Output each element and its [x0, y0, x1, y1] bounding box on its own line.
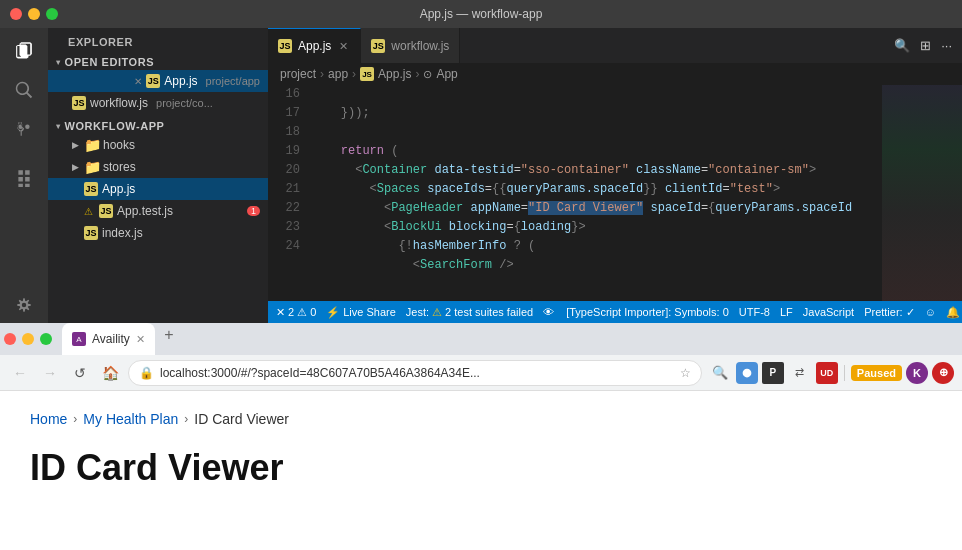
status-right: [TypeScript Importer]: Symbols: 0 UTF-8 …: [566, 306, 960, 319]
status-ts-importer[interactable]: [TypeScript Importer]: Symbols: 0: [566, 306, 729, 318]
status-bell[interactable]: 🔔: [946, 306, 960, 319]
code-lines[interactable]: })); return ( <Container data-testid="ss…: [308, 85, 882, 301]
open-editors-label: Open Editors: [65, 56, 155, 68]
activity-bar: [0, 28, 48, 323]
open-file-workflowjs[interactable]: JS workflow.js project/co...: [48, 92, 268, 114]
sidebar-title: Explorer: [48, 28, 268, 52]
new-tab-button[interactable]: +: [157, 323, 181, 347]
tab-bar: JS App.js ✕ JS workflow.js 🔍 ⊞ ···: [268, 28, 962, 63]
status-emoji[interactable]: ☺: [925, 306, 936, 318]
bc-sep-3: ›: [415, 67, 419, 81]
liveshare-icon: ⚡: [326, 306, 340, 319]
browser-extension-icons: 🔍 P ⇄ UD Paused K ⊕: [708, 361, 954, 385]
sidebar: Explorer ▾ Open Editors ✕ JS App.js proj…: [48, 28, 268, 323]
close-file-icon[interactable]: ✕: [134, 76, 142, 87]
open-file-appjs[interactable]: ✕ JS App.js project/app: [48, 70, 268, 92]
ext-icon-3[interactable]: ⇄: [788, 361, 812, 385]
open-file-path-1: project/app: [206, 75, 260, 87]
indexjs-file[interactable]: JS index.js: [48, 222, 268, 244]
search-icon[interactable]: [10, 76, 38, 104]
status-errors[interactable]: ✕ 2 ⚠ 0: [276, 306, 316, 319]
js-file-icon: JS: [146, 74, 160, 88]
browser-tab-availity[interactable]: A Availity ✕: [62, 323, 155, 355]
status-jest[interactable]: Jest: ⚠ 2 test suites failed: [406, 306, 533, 319]
ext-icon-ud[interactable]: UD: [816, 362, 838, 384]
status-prettier[interactable]: Prettier: ✓: [864, 306, 915, 319]
more-actions-icon[interactable]: ···: [939, 36, 954, 55]
explorer-icon[interactable]: [10, 36, 38, 64]
apptest-file[interactable]: ⚠ JS App.test.js 1: [48, 200, 268, 222]
gear-icon[interactable]: [10, 291, 38, 319]
browser-close-btn[interactable]: [4, 333, 16, 345]
bc-appjs-icon: JS: [360, 67, 374, 81]
profile-badge-red[interactable]: ⊕: [932, 362, 954, 384]
browser-content: Home › My Health Plan › ID Card Viewer I…: [0, 391, 962, 550]
status-line-ending[interactable]: LF: [780, 306, 793, 318]
status-encoding[interactable]: UTF-8: [739, 306, 770, 318]
status-watch[interactable]: 👁: [543, 306, 554, 318]
stores-folder[interactable]: ▶ 📁 stores: [48, 156, 268, 178]
browser-min-btn[interactable]: [22, 333, 34, 345]
bookmark-icon[interactable]: ☆: [680, 366, 691, 380]
maximize-button[interactable]: [46, 8, 58, 20]
home-button[interactable]: 🏠: [98, 361, 122, 385]
search-editor-icon[interactable]: 🔍: [892, 36, 912, 55]
ext-icon-1[interactable]: [736, 362, 758, 384]
extensions-icon[interactable]: [10, 164, 38, 192]
appjs-icon: JS: [84, 182, 98, 196]
apptest-label: App.test.js: [117, 204, 173, 218]
ext-icon-2[interactable]: P: [762, 362, 784, 384]
browser-search-icon[interactable]: 🔍: [708, 361, 732, 385]
traffic-lights: [10, 8, 58, 20]
svg-point-0: [742, 368, 751, 377]
js-file-icon-2: JS: [72, 96, 86, 110]
status-left: ✕ 2 ⚠ 0 ⚡ Live Share Jest: ⚠ 2 test suit…: [276, 306, 554, 319]
browser-tab-close-icon[interactable]: ✕: [136, 333, 145, 346]
folder-expand-arrow: ▶: [72, 140, 79, 150]
workflow-app-header[interactable]: ▾ WORKFLOW-APP: [48, 118, 268, 134]
lock-icon: 🔒: [139, 366, 154, 380]
warn-icon: ⚠: [84, 206, 93, 217]
forward-button[interactable]: →: [38, 361, 62, 385]
bc-app-sym: ⊙: [423, 68, 432, 81]
collapse-arrow-icon-2: ▾: [56, 122, 61, 131]
appjs-file[interactable]: JS App.js: [48, 178, 268, 200]
split-editor-icon[interactable]: ⊞: [918, 36, 933, 55]
breadcrumb-current: ID Card Viewer: [194, 411, 289, 427]
stores-label: stores: [103, 160, 136, 174]
open-file-name-1: App.js: [164, 74, 197, 88]
hooks-folder[interactable]: ▶ 📁 hooks: [48, 134, 268, 156]
workflow-app-label: WORKFLOW-APP: [65, 120, 165, 132]
bc-app: app: [328, 67, 348, 81]
tab-workflowjs[interactable]: JS workflow.js: [361, 28, 460, 63]
breadcrumb-arrow-2: ›: [184, 412, 188, 426]
breadcrumb-my-health-plan-link[interactable]: My Health Plan: [83, 411, 178, 427]
source-control-icon[interactable]: [10, 116, 38, 144]
open-editors-header[interactable]: ▾ Open Editors: [48, 54, 268, 70]
code-editor[interactable]: 16 17 18 19 20 21 💡 22 23 24 })); return…: [268, 85, 962, 301]
back-button[interactable]: ←: [8, 361, 32, 385]
indexjs-icon: JS: [84, 226, 98, 240]
editor-breadcrumb: project › app › JS App.js › ⊙ App: [268, 63, 962, 85]
availity-favicon: A: [72, 332, 86, 346]
window-title: App.js — workflow-app: [420, 7, 543, 21]
minimize-button[interactable]: [28, 8, 40, 20]
reload-button[interactable]: ↺: [68, 361, 92, 385]
address-bar[interactable]: 🔒 localhost:3000/#/?spaceId=48C607A70B5A…: [128, 360, 702, 386]
folder-icon: 📁: [85, 138, 99, 152]
breadcrumb-home-link[interactable]: Home: [30, 411, 67, 427]
bc-app-label: App: [436, 67, 457, 81]
profile-badge-k[interactable]: K: [906, 362, 928, 384]
status-language[interactable]: JavaScript: [803, 306, 854, 318]
workflow-app-section: ▾ WORKFLOW-APP ▶ 📁 hooks ▶ 📁 stores JS A…: [48, 116, 268, 246]
browser-max-btn[interactable]: [40, 333, 52, 345]
page-title: ID Card Viewer: [30, 447, 932, 489]
browser-tab-label: Availity: [92, 332, 130, 346]
bc-project: project: [280, 67, 316, 81]
close-button[interactable]: [10, 8, 22, 20]
status-liveshare[interactable]: ⚡ Live Share: [326, 306, 396, 319]
address-text: localhost:3000/#/?spaceId=48C607A70B5A46…: [160, 366, 674, 380]
appjs-label: App.js: [102, 182, 135, 196]
tab-close-icon[interactable]: ✕: [337, 40, 350, 53]
tab-appjs[interactable]: JS App.js ✕: [268, 28, 361, 63]
